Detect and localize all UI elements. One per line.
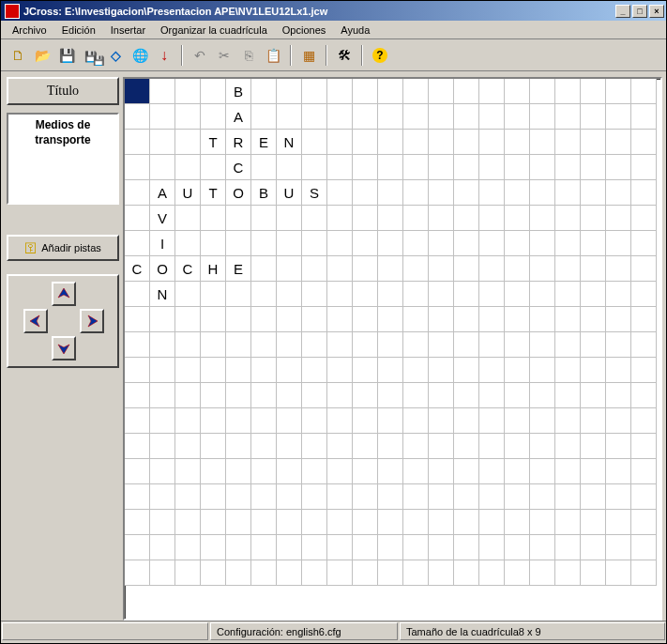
grid-cell[interactable] (581, 155, 606, 180)
grid-cell[interactable] (505, 79, 530, 104)
grid-cell[interactable] (201, 484, 226, 510)
grid-cell[interactable] (251, 282, 277, 307)
grid-cell[interactable] (175, 408, 201, 434)
grid-cell[interactable] (581, 282, 606, 307)
grid-cell[interactable] (530, 358, 555, 383)
grid-cell[interactable] (403, 256, 429, 282)
grid-cell[interactable] (555, 535, 581, 560)
grid-cell[interactable] (302, 535, 327, 560)
new-button[interactable] (7, 44, 29, 67)
grid-cell[interactable] (631, 434, 657, 459)
grid-cell[interactable] (454, 560, 479, 586)
grid-cell[interactable] (378, 358, 403, 383)
grid-cell[interactable] (201, 510, 226, 535)
grid-cell[interactable]: A (226, 104, 251, 130)
grid-cell[interactable] (505, 231, 530, 256)
grid-cell[interactable] (201, 459, 226, 484)
grid-cell[interactable] (226, 332, 251, 358)
grid-cell[interactable] (555, 206, 581, 231)
grid-cell[interactable] (277, 484, 302, 510)
grid-cell[interactable] (378, 79, 403, 104)
grid-cell[interactable]: C (175, 256, 201, 282)
grid-cell[interactable] (555, 307, 581, 332)
grid-cell[interactable] (581, 79, 606, 104)
grid-cell[interactable] (201, 332, 226, 358)
grid-cell[interactable] (378, 155, 403, 180)
grid-cell[interactable] (125, 408, 150, 434)
open-button[interactable] (31, 44, 53, 67)
grid-cell[interactable] (479, 231, 505, 256)
grid-cell[interactable] (175, 155, 201, 180)
grid-cell[interactable]: C (125, 256, 150, 282)
grid-cell[interactable] (606, 155, 631, 180)
grid-cell[interactable] (277, 332, 302, 358)
grid-cell[interactable] (429, 155, 454, 180)
grid-cell[interactable]: O (150, 256, 175, 282)
grid-cell[interactable] (226, 231, 251, 256)
grid-cell[interactable] (327, 510, 353, 535)
nav-down-button[interactable] (52, 336, 76, 360)
grid-cell[interactable] (277, 459, 302, 484)
grid-cell[interactable] (251, 408, 277, 434)
grid-cell[interactable] (479, 358, 505, 383)
grid-cell[interactable] (479, 434, 505, 459)
grid-cell[interactable] (251, 104, 277, 130)
grid-cell[interactable] (631, 206, 657, 231)
grid-cell[interactable] (429, 206, 454, 231)
grid-cell[interactable] (226, 484, 251, 510)
grid-cell[interactable] (251, 560, 277, 586)
grid-cell[interactable] (327, 332, 353, 358)
grid-cell[interactable] (175, 282, 201, 307)
grid-cell[interactable] (454, 180, 479, 206)
grid-cell[interactable] (403, 510, 429, 535)
grid-cell[interactable] (606, 434, 631, 459)
grid-cell[interactable] (353, 484, 378, 510)
menu-insertar[interactable]: Insertar (103, 23, 153, 38)
grid-cell[interactable] (454, 231, 479, 256)
grid-cell[interactable] (251, 307, 277, 332)
grid-cell[interactable] (581, 535, 606, 560)
grid-cell[interactable] (631, 79, 657, 104)
grid-cell[interactable] (454, 484, 479, 510)
grid-cell[interactable] (353, 434, 378, 459)
grid-cell[interactable] (302, 560, 327, 586)
grid-cell[interactable] (403, 155, 429, 180)
grid-cell[interactable] (631, 535, 657, 560)
grid-cell[interactable] (606, 256, 631, 282)
grid-cell[interactable] (555, 434, 581, 459)
grid-cell[interactable] (125, 383, 150, 408)
grid-cell[interactable] (403, 408, 429, 434)
grid-cell[interactable] (606, 535, 631, 560)
grid-cell[interactable] (302, 104, 327, 130)
grid-cell[interactable] (454, 256, 479, 282)
grid-cell[interactable] (454, 104, 479, 130)
copy-button[interactable] (237, 44, 260, 67)
grid-cell[interactable] (606, 510, 631, 535)
grid-cell[interactable] (505, 256, 530, 282)
grid-cell[interactable] (581, 383, 606, 408)
grid-cell[interactable] (429, 332, 454, 358)
grid-cell[interactable] (251, 535, 277, 560)
grid-cell[interactable] (530, 104, 555, 130)
grid-cell[interactable] (277, 206, 302, 231)
grid-cell[interactable] (150, 408, 175, 434)
titulo-button[interactable]: Título (7, 77, 119, 105)
grid-cell[interactable] (429, 560, 454, 586)
grid-cell[interactable] (251, 256, 277, 282)
grid-cell[interactable] (125, 206, 150, 231)
grid-cell[interactable] (479, 104, 505, 130)
grid-cell[interactable] (327, 206, 353, 231)
grid-cell[interactable] (454, 307, 479, 332)
grid-cell[interactable] (353, 79, 378, 104)
grid-cell[interactable] (454, 332, 479, 358)
grid-cell[interactable] (530, 79, 555, 104)
menu-opciones[interactable]: Opciones (275, 23, 333, 38)
grid-cell[interactable]: C (226, 155, 251, 180)
preview-button[interactable] (104, 44, 127, 67)
grid-cell[interactable] (631, 510, 657, 535)
grid-cell[interactable] (150, 484, 175, 510)
grid-cell[interactable] (454, 206, 479, 231)
grid-cell[interactable] (631, 231, 657, 256)
grid-cell[interactable] (327, 307, 353, 332)
grid-cell[interactable] (505, 383, 530, 408)
